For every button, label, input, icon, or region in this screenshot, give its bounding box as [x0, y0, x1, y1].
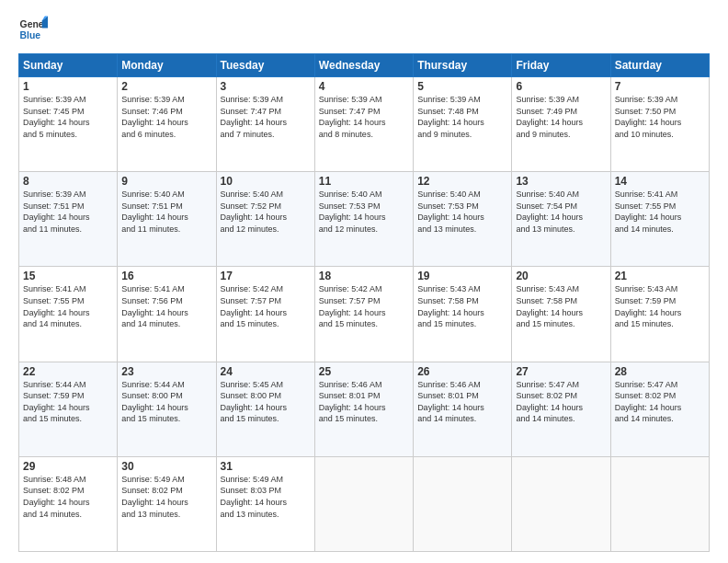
- calendar-cell: 19Sunrise: 5:43 AMSunset: 7:58 PMDayligh…: [414, 267, 512, 362]
- day-number: 6: [516, 80, 606, 93]
- day-number: 7: [615, 80, 705, 93]
- day-number: 10: [221, 175, 311, 188]
- day-info: Sunrise: 5:49 AMSunset: 8:03 PMDaylight:…: [221, 474, 311, 520]
- day-number: 13: [516, 175, 606, 188]
- calendar-body: 1Sunrise: 5:39 AMSunset: 7:45 PMDaylight…: [19, 77, 710, 552]
- day-number: 20: [516, 270, 606, 282]
- logo: General Blue: [18, 15, 48, 44]
- calendar-cell: 26Sunrise: 5:46 AMSunset: 8:01 PMDayligh…: [414, 362, 512, 456]
- calendar-cell: 9Sunrise: 5:40 AMSunset: 7:51 PMDaylight…: [118, 172, 216, 267]
- calendar-cell: 25Sunrise: 5:46 AMSunset: 8:01 PMDayligh…: [314, 362, 413, 456]
- day-number: 3: [221, 80, 311, 93]
- header: General Blue: [18, 15, 710, 44]
- generalblue-logo-icon: General Blue: [18, 15, 48, 44]
- calendar-week-5: 29Sunrise: 5:48 AMSunset: 8:02 PMDayligh…: [19, 456, 710, 551]
- day-number: 22: [23, 365, 113, 378]
- day-info: Sunrise: 5:39 AMSunset: 7:47 PMDaylight:…: [319, 94, 409, 140]
- day-number: 27: [516, 365, 606, 378]
- day-number: 5: [417, 80, 507, 93]
- day-number: 29: [23, 460, 113, 473]
- day-info: Sunrise: 5:40 AMSunset: 7:53 PMDaylight:…: [417, 189, 507, 235]
- day-info: Sunrise: 5:39 AMSunset: 7:46 PMDaylight:…: [121, 94, 211, 140]
- day-number: 23: [121, 365, 211, 378]
- day-info: Sunrise: 5:39 AMSunset: 7:47 PMDaylight:…: [221, 94, 311, 140]
- calendar-cell: 17Sunrise: 5:42 AMSunset: 7:57 PMDayligh…: [216, 267, 314, 362]
- day-info: Sunrise: 5:40 AMSunset: 7:53 PMDaylight:…: [319, 189, 409, 235]
- day-number: 15: [23, 270, 113, 282]
- calendar-week-1: 1Sunrise: 5:39 AMSunset: 7:45 PMDaylight…: [19, 77, 710, 172]
- day-number: 21: [615, 270, 705, 282]
- day-number: 8: [23, 175, 113, 188]
- calendar-header-tuesday: Tuesday: [216, 54, 314, 77]
- day-number: 4: [319, 80, 409, 93]
- day-number: 12: [417, 175, 507, 188]
- calendar-header-thursday: Thursday: [414, 54, 512, 77]
- calendar-header-friday: Friday: [512, 54, 610, 77]
- calendar-cell: 1Sunrise: 5:39 AMSunset: 7:45 PMDaylight…: [19, 77, 118, 172]
- calendar-cell: 16Sunrise: 5:41 AMSunset: 7:56 PMDayligh…: [118, 267, 216, 362]
- calendar-cell: 24Sunrise: 5:45 AMSunset: 8:00 PMDayligh…: [216, 362, 314, 456]
- calendar-cell: [512, 456, 610, 551]
- day-info: Sunrise: 5:40 AMSunset: 7:51 PMDaylight:…: [121, 189, 211, 235]
- calendar-cell: 5Sunrise: 5:39 AMSunset: 7:48 PMDaylight…: [414, 77, 512, 172]
- page: General Blue SundayMondayTuesdayWednesda…: [0, 0, 728, 563]
- calendar-cell: 30Sunrise: 5:49 AMSunset: 8:02 PMDayligh…: [118, 456, 216, 551]
- day-info: Sunrise: 5:48 AMSunset: 8:02 PMDaylight:…: [23, 474, 113, 520]
- day-info: Sunrise: 5:39 AMSunset: 7:48 PMDaylight:…: [417, 94, 507, 140]
- day-number: 26: [417, 365, 507, 378]
- calendar-header-row: SundayMondayTuesdayWednesdayThursdayFrid…: [19, 54, 710, 77]
- day-info: Sunrise: 5:47 AMSunset: 8:02 PMDaylight:…: [516, 379, 606, 425]
- day-number: 31: [221, 460, 311, 473]
- day-number: 2: [121, 80, 211, 93]
- calendar-cell: 10Sunrise: 5:40 AMSunset: 7:52 PMDayligh…: [216, 172, 314, 267]
- day-info: Sunrise: 5:40 AMSunset: 7:52 PMDaylight:…: [221, 189, 311, 235]
- day-number: 1: [23, 80, 113, 93]
- calendar-cell: 23Sunrise: 5:44 AMSunset: 8:00 PMDayligh…: [118, 362, 216, 456]
- day-number: 18: [319, 270, 409, 282]
- calendar-cell: 28Sunrise: 5:47 AMSunset: 8:02 PMDayligh…: [610, 362, 709, 456]
- day-number: 28: [615, 365, 705, 378]
- calendar-cell: 21Sunrise: 5:43 AMSunset: 7:59 PMDayligh…: [610, 267, 709, 362]
- day-info: Sunrise: 5:43 AMSunset: 7:58 PMDaylight:…: [516, 283, 606, 329]
- day-info: Sunrise: 5:45 AMSunset: 8:00 PMDaylight:…: [221, 379, 311, 425]
- day-number: 19: [417, 270, 507, 282]
- day-info: Sunrise: 5:39 AMSunset: 7:45 PMDaylight:…: [23, 94, 113, 140]
- day-number: 24: [221, 365, 311, 378]
- calendar-header-saturday: Saturday: [610, 54, 709, 77]
- day-info: Sunrise: 5:46 AMSunset: 8:01 PMDaylight:…: [417, 379, 507, 425]
- calendar-cell: [414, 456, 512, 551]
- calendar-cell: 14Sunrise: 5:41 AMSunset: 7:55 PMDayligh…: [610, 172, 709, 267]
- calendar-cell: 8Sunrise: 5:39 AMSunset: 7:51 PMDaylight…: [19, 172, 118, 267]
- calendar-cell: 3Sunrise: 5:39 AMSunset: 7:47 PMDaylight…: [216, 77, 314, 172]
- calendar-cell: [610, 456, 709, 551]
- day-info: Sunrise: 5:39 AMSunset: 7:49 PMDaylight:…: [516, 94, 606, 140]
- calendar-cell: 22Sunrise: 5:44 AMSunset: 7:59 PMDayligh…: [19, 362, 118, 456]
- calendar-cell: 2Sunrise: 5:39 AMSunset: 7:46 PMDaylight…: [118, 77, 216, 172]
- day-info: Sunrise: 5:46 AMSunset: 8:01 PMDaylight:…: [319, 379, 409, 425]
- calendar-cell: [314, 456, 413, 551]
- day-info: Sunrise: 5:44 AMSunset: 7:59 PMDaylight:…: [23, 379, 113, 425]
- day-info: Sunrise: 5:39 AMSunset: 7:50 PMDaylight:…: [615, 94, 705, 140]
- day-number: 16: [121, 270, 211, 282]
- day-info: Sunrise: 5:47 AMSunset: 8:02 PMDaylight:…: [615, 379, 705, 425]
- day-number: 30: [121, 460, 211, 473]
- day-info: Sunrise: 5:41 AMSunset: 7:55 PMDaylight:…: [615, 189, 705, 235]
- calendar-week-3: 15Sunrise: 5:41 AMSunset: 7:55 PMDayligh…: [19, 267, 710, 362]
- calendar-cell: 11Sunrise: 5:40 AMSunset: 7:53 PMDayligh…: [314, 172, 413, 267]
- calendar-cell: 15Sunrise: 5:41 AMSunset: 7:55 PMDayligh…: [19, 267, 118, 362]
- day-info: Sunrise: 5:49 AMSunset: 8:02 PMDaylight:…: [121, 474, 211, 520]
- day-number: 9: [121, 175, 211, 188]
- svg-text:Blue: Blue: [20, 30, 41, 40]
- day-info: Sunrise: 5:40 AMSunset: 7:54 PMDaylight:…: [516, 189, 606, 235]
- day-number: 14: [615, 175, 705, 188]
- day-info: Sunrise: 5:41 AMSunset: 7:55 PMDaylight:…: [23, 283, 113, 329]
- calendar-cell: 4Sunrise: 5:39 AMSunset: 7:47 PMDaylight…: [314, 77, 413, 172]
- day-info: Sunrise: 5:43 AMSunset: 7:59 PMDaylight:…: [615, 283, 705, 329]
- day-info: Sunrise: 5:44 AMSunset: 8:00 PMDaylight:…: [121, 379, 211, 425]
- calendar-week-4: 22Sunrise: 5:44 AMSunset: 7:59 PMDayligh…: [19, 362, 710, 456]
- calendar-cell: 18Sunrise: 5:42 AMSunset: 7:57 PMDayligh…: [314, 267, 413, 362]
- calendar-cell: 29Sunrise: 5:48 AMSunset: 8:02 PMDayligh…: [19, 456, 118, 551]
- calendar-header-sunday: Sunday: [19, 54, 118, 77]
- calendar-header-monday: Monday: [118, 54, 216, 77]
- day-info: Sunrise: 5:43 AMSunset: 7:58 PMDaylight:…: [417, 283, 507, 329]
